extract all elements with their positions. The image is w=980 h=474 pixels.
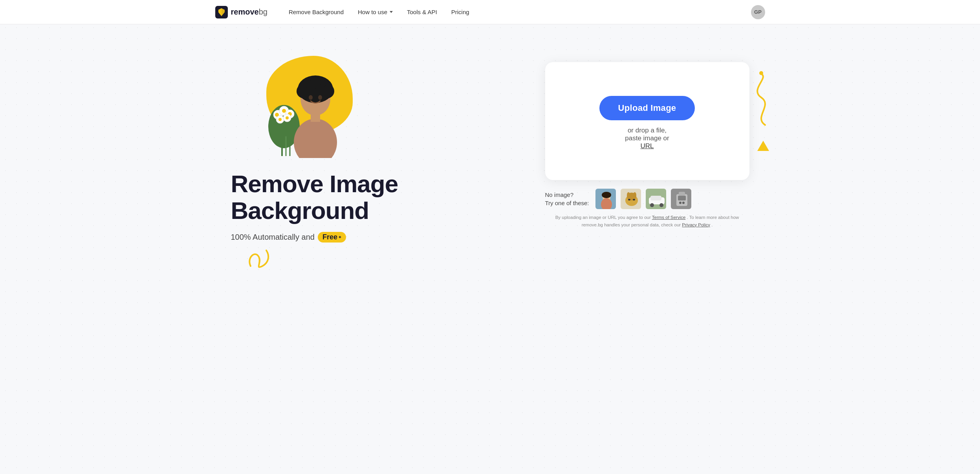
nav-links: Remove Background How to use Tools & API… — [283, 6, 751, 18]
sample-section: No image? Try one of these: — [545, 188, 749, 210]
deco-squiggle-right — [738, 70, 781, 130]
sample-label: No image? Try one of these: — [545, 191, 589, 207]
svg-point-36 — [633, 192, 636, 198]
sample-thumbs — [595, 188, 692, 210]
svg-point-43 — [659, 203, 663, 207]
person-svg — [260, 56, 351, 158]
logo-link[interactable]: removebg — [215, 6, 267, 18]
svg-point-23 — [309, 95, 313, 100]
svg-point-37 — [628, 199, 630, 200]
free-badge: Free — [318, 232, 346, 243]
upload-image-button[interactable]: Upload Image — [599, 96, 695, 120]
svg-point-48 — [682, 202, 685, 204]
nav-how-to-use[interactable]: How to use — [352, 6, 398, 18]
paste-text: paste image or — [625, 134, 669, 142]
logo-text: removebg — [231, 7, 267, 17]
svg-point-5 — [282, 109, 286, 113]
user-avatar[interactable]: GP — [751, 5, 765, 19]
hero-title: Remove Image Background — [231, 171, 467, 224]
svg-marker-27 — [757, 141, 769, 151]
hero-image-wrapper — [255, 48, 388, 158]
svg-point-11 — [286, 116, 289, 119]
svg-rect-41 — [650, 196, 661, 200]
navbar: removebg Remove Background How to use To… — [0, 0, 980, 24]
svg-point-26 — [759, 71, 763, 75]
svg-rect-49 — [679, 192, 685, 196]
chevron-down-icon — [390, 11, 393, 13]
svg-point-38 — [633, 199, 635, 200]
deco-triangle-icon — [757, 141, 769, 152]
sample-thumb-4[interactable] — [670, 188, 692, 210]
svg-point-24 — [318, 95, 322, 100]
svg-point-42 — [650, 203, 654, 207]
sample-thumb-1[interactable] — [595, 188, 617, 210]
svg-point-9 — [278, 118, 282, 121]
hero-right: Upload Image or drop a file, paste image… — [545, 62, 749, 228]
logo-icon — [215, 6, 228, 18]
hero-left: Remove Image Background 100% Automatical… — [231, 48, 467, 243]
upload-card: Upload Image or drop a file, paste image… — [545, 62, 749, 180]
legal-text: By uploading an image or URL you agree t… — [545, 214, 749, 228]
privacy-policy-link[interactable]: Privacy Policy — [682, 222, 710, 227]
url-link[interactable]: URL — [640, 142, 654, 150]
deco-bottom-left — [243, 243, 274, 274]
hero-subtitle: 100% Automatically and Free — [231, 232, 467, 243]
sample-thumb-2[interactable] — [620, 188, 642, 210]
svg-point-22 — [310, 77, 321, 88]
sample-thumb-3[interactable] — [645, 188, 667, 210]
terms-of-service-link[interactable]: Terms of Service — [652, 215, 686, 220]
nav-pricing[interactable]: Pricing — [446, 6, 475, 18]
main-content: Remove Image Background 100% Automatical… — [215, 24, 765, 258]
hero-person-image — [258, 56, 353, 158]
svg-rect-46 — [678, 196, 686, 200]
svg-point-47 — [679, 202, 681, 204]
svg-point-35 — [627, 192, 630, 198]
svg-rect-25 — [311, 114, 320, 122]
drop-text: or drop a file, paste image or URL — [625, 127, 669, 150]
svg-point-31 — [602, 192, 611, 198]
nav-remove-background[interactable]: Remove Background — [283, 6, 349, 18]
svg-point-15 — [294, 119, 337, 158]
nav-tools-api[interactable]: Tools & API — [401, 6, 443, 18]
